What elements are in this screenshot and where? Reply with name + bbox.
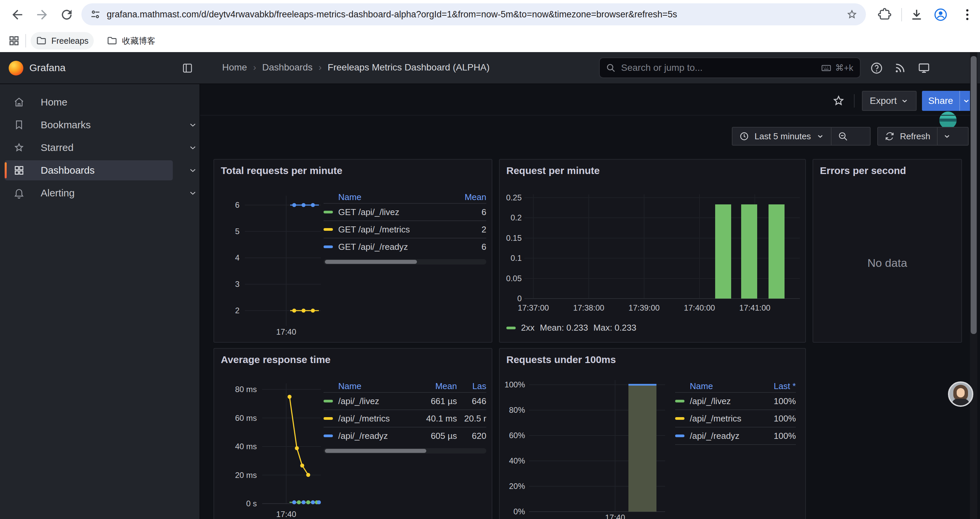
brand-name: Grafana	[29, 62, 65, 73]
legend-row[interactable]: /api/_/readyz 605 µs 620	[323, 427, 486, 444]
grafana-logo[interactable]	[9, 61, 23, 75]
search-box[interactable]: Search or jump to... ⌘+k	[599, 57, 861, 78]
y-tick: 3	[235, 279, 240, 289]
chevron-down-icon[interactable]	[188, 166, 197, 175]
x-tick: 17:41:00	[739, 303, 770, 312]
panel-total-requests: Total requests per minute 6 5 4 3 2 17:4…	[213, 159, 492, 343]
legend-hscrollbar[interactable]	[323, 259, 486, 265]
panel-title[interactable]: Average response time	[221, 354, 331, 366]
chevron-down-icon[interactable]	[943, 132, 951, 140]
legend-col-name[interactable]: Name	[675, 381, 774, 391]
folder-icon	[36, 35, 47, 46]
legend-row[interactable]: /api/_/livez 661 µs 646	[323, 392, 486, 409]
total-requests-chart[interactable]: 6 5 4 3 2 17:40	[220, 193, 333, 337]
panel-title[interactable]: Requests under 100ms	[506, 354, 616, 366]
clock-icon	[739, 131, 749, 141]
sidebar-item-home[interactable]: Home	[5, 92, 173, 112]
breadcrumb-dashboards[interactable]: Dashboards	[262, 62, 313, 73]
home-icon	[13, 96, 25, 108]
x-tick: 17:40	[276, 327, 296, 336]
forward-icon[interactable]	[35, 7, 49, 22]
legend-col-mean[interactable]: Mean	[465, 192, 486, 203]
reload-icon[interactable]	[59, 7, 74, 22]
breadcrumb-home[interactable]: Home	[222, 62, 247, 73]
panel-title[interactable]: Errors per second	[820, 165, 906, 176]
back-icon[interactable]	[10, 7, 25, 22]
omnibox[interactable]: grafana.mathmast.com/d/deytv4rwavabkb/fr…	[81, 3, 866, 26]
export-label: Export	[870, 96, 897, 106]
legend-row[interactable]: /api/_/metrics 100%	[675, 409, 796, 427]
series-swatch-green	[675, 400, 684, 402]
panel-title[interactable]: Total requests per minute	[221, 165, 342, 176]
sidebar-toggle-icon[interactable]	[181, 62, 194, 74]
y-tick: 4	[235, 253, 240, 262]
legend-row[interactable]: /api/_/metrics 40.1 ms 20.5 r	[323, 409, 486, 427]
refresh-icon	[885, 131, 895, 141]
chart-legend[interactable]: 2xx Mean: 0.233 Max: 0.233	[506, 323, 636, 333]
chevron-down-icon[interactable]	[188, 143, 197, 152]
time-range-picker[interactable]: Last 5 minutes	[732, 127, 870, 145]
y-tick: 20 ms	[235, 471, 257, 480]
legend-col-last[interactable]: Las	[457, 381, 486, 391]
chevron-down-icon[interactable]	[188, 120, 197, 129]
legend-row[interactable]: GET /api/_/livez 6	[323, 203, 486, 220]
bookmark-folder-blogs[interactable]: 收藏博客	[102, 32, 161, 50]
url-input[interactable]: grafana.mathmast.com/d/deytv4rwavabkb/fr…	[107, 10, 841, 20]
series-name: /api/_/metrics	[338, 414, 410, 424]
bookmark-folder-freeleaps[interactable]: Freeleaps	[31, 32, 94, 50]
sidebar-item-alerting[interactable]: Alerting	[5, 183, 173, 203]
legend-row[interactable]: GET /api/_/metrics 2	[323, 220, 486, 238]
legend-col-mean[interactable]: Mean	[410, 381, 457, 391]
download-icon[interactable]	[909, 7, 924, 22]
legend-row[interactable]: /api/_/livez 100%	[675, 392, 796, 409]
chevron-down-icon[interactable]	[188, 188, 197, 198]
apps-grid-icon[interactable]	[8, 35, 20, 47]
legend-col-name[interactable]: Name	[323, 192, 465, 203]
sidebar-nav: Home Bookmarks Starred Dashboards Alerti…	[0, 84, 200, 519]
refresh-divider	[937, 128, 938, 145]
browser-menu-icon[interactable]	[960, 7, 975, 22]
display-icon[interactable]	[917, 61, 931, 75]
help-icon[interactable]	[870, 61, 883, 75]
bookmark-star-icon[interactable]	[846, 8, 858, 21]
series-name: /api/_/metrics	[690, 414, 767, 424]
legend-row[interactable]: /api/_/readyz 100%	[675, 427, 796, 445]
avg-response-chart[interactable]: 80 ms 60 ms 40 ms 20 ms 0 s 17:40	[220, 378, 333, 519]
bookmarks-bar: Freeleaps 收藏博客	[0, 29, 980, 53]
legend-hscrollbar[interactable]	[323, 448, 486, 454]
refresh-button[interactable]: Refresh	[877, 127, 969, 145]
breadcrumb-separator: ›	[253, 62, 256, 73]
series-last: 100%	[767, 431, 796, 441]
sidebar-item-bookmarks[interactable]: Bookmarks	[5, 115, 173, 135]
share-button[interactable]: Share	[922, 91, 959, 111]
zoom-out-icon[interactable]	[838, 131, 848, 142]
x-tick: 17:37:00	[518, 303, 549, 312]
scrollbar-thumb[interactable]	[325, 449, 426, 453]
favorite-dashboard-star-icon[interactable]	[832, 94, 845, 107]
sidebar-item-label: Bookmarks	[41, 119, 91, 131]
y-tick: 5	[235, 227, 240, 236]
y-tick: 0%	[513, 507, 525, 516]
y-tick: 40 ms	[235, 442, 257, 451]
profile-icon[interactable]	[933, 7, 948, 22]
sidebar-item-dashboards[interactable]: Dashboards	[5, 160, 173, 180]
scrollbar-thumb[interactable]	[325, 260, 417, 264]
site-controls-icon[interactable]	[89, 8, 102, 21]
panel-title[interactable]: Request per minute	[506, 165, 600, 176]
sidebar-item-starred[interactable]: Starred	[5, 137, 173, 158]
user-avatar[interactable]	[939, 112, 957, 129]
floating-avatar[interactable]	[948, 382, 973, 407]
request-per-minute-chart[interactable]: 0.25 0.2 0.15 0.1 0.05 0 17:37:00 17:38:…	[503, 192, 803, 320]
export-button[interactable]: Export	[862, 91, 916, 111]
series-name: GET /api/_/livez	[338, 207, 460, 217]
panel-under-100ms: Requests under 100ms 100% 80% 60% 40% 20…	[499, 348, 806, 519]
page-scrollbar-thumb[interactable]	[970, 56, 977, 334]
news-rss-icon[interactable]	[893, 61, 907, 75]
series-name: /api/_/readyz	[690, 431, 767, 441]
legend-col-last[interactable]: Last *	[774, 381, 796, 391]
x-tick: 17:38:00	[573, 303, 604, 312]
legend-row[interactable]: GET /api/_/readyz 6	[323, 238, 486, 255]
series-name: GET /api/_/metrics	[338, 224, 460, 235]
extensions-icon[interactable]	[877, 7, 892, 22]
legend-col-name[interactable]: Name	[323, 381, 410, 391]
